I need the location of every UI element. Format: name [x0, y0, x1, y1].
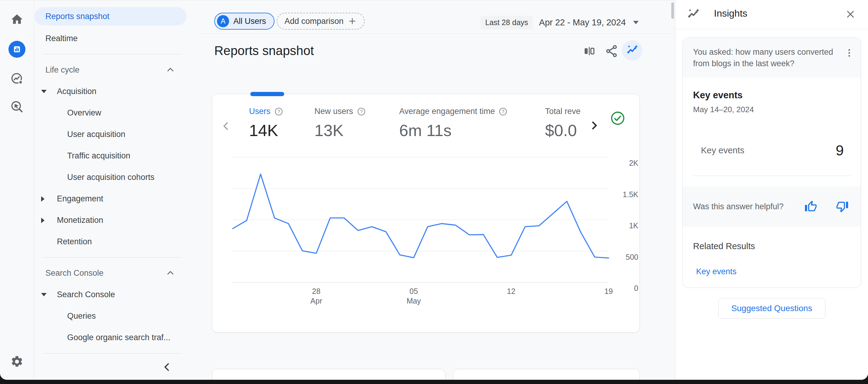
users-line-chart[interactable]	[233, 157, 609, 282]
page-title: Reports snapshot	[214, 43, 314, 58]
key-events-row: Key events 9	[683, 142, 861, 159]
metric-users[interactable]: Users?14K	[249, 107, 283, 140]
thumbs-up-icon[interactable]	[804, 200, 817, 213]
metric-total-reve[interactable]: Total reve$0.0	[545, 107, 596, 140]
sidebar-item-realtime[interactable]: Realtime	[34, 28, 200, 49]
sidebar-item-engagement[interactable]: Engagement	[34, 188, 200, 210]
key-events-check-icon[interactable]	[611, 111, 625, 126]
sidebar-item-label: Realtime	[45, 34, 78, 43]
metrics-prev-arrow[interactable]	[220, 120, 232, 132]
avatar: A	[217, 15, 229, 27]
main-content: A All Users Add comparison Last 28 days …	[200, 0, 675, 380]
add-comparison-label: Add comparison	[284, 16, 343, 26]
y-tick-label: 2K	[629, 159, 638, 168]
collapse-sidebar-button[interactable]	[161, 361, 173, 373]
comparison-toggle-icon[interactable]	[583, 44, 596, 58]
svg-text:?: ?	[360, 109, 363, 114]
insights-title: Insights	[714, 8, 747, 19]
insight-card-title: Key events	[693, 90, 850, 101]
sidebar-item-acquisition[interactable]: Acquisition	[34, 81, 200, 102]
metric-new-users[interactable]: New users?13K	[314, 107, 366, 140]
metric-label: Users	[249, 107, 271, 116]
main-scrollbar-thumb[interactable]	[671, 2, 674, 19]
sidebar-item-queries[interactable]: Queries	[34, 305, 200, 327]
sidebar-item-overview[interactable]: Overview	[34, 102, 200, 124]
svg-text:?: ?	[502, 109, 504, 114]
x-tick-label: 05May	[406, 286, 421, 306]
y-tick-label: 0	[634, 284, 638, 293]
svg-text:?: ?	[277, 109, 280, 114]
all-users-chip[interactable]: A All Users	[214, 13, 275, 30]
sidebar-section-search-console[interactable]: Search Console	[34, 263, 200, 284]
sidebar-item-reports-snapshot[interactable]: Reports snapshot	[34, 7, 186, 25]
sidebar-item-label: Overview	[67, 108, 101, 117]
insight-card: You asked: how many users converted from…	[682, 37, 861, 288]
metric-value: 14K	[249, 121, 283, 140]
date-range-picker[interactable]: Last 28 days Apr 22 - May 19, 2024	[480, 16, 639, 29]
icon-rail	[0, 0, 34, 380]
sidebar-item-retention[interactable]: Retention	[34, 231, 200, 252]
all-users-label: All Users	[234, 16, 266, 26]
thumbs-down-icon[interactable]	[836, 200, 849, 213]
sidebar-item-label: User acquisition	[67, 130, 125, 139]
insights-button[interactable]	[622, 40, 643, 61]
sidebar-section-life-cycle[interactable]: Life cycle	[34, 59, 200, 81]
explore-nav-icon[interactable]	[10, 100, 24, 113]
metric-average-engagement-time[interactable]: Average engagement time?6m 11s	[399, 107, 507, 140]
sidebar-item-search-console[interactable]: Search Console	[34, 284, 200, 305]
y-tick-label: 500	[626, 253, 638, 261]
sidebar-divider	[43, 353, 182, 353]
insights-sparkline-icon	[626, 44, 639, 57]
plus-icon	[348, 16, 357, 26]
divider	[693, 176, 850, 176]
help-icon[interactable]: ?	[498, 107, 507, 116]
share-icon[interactable]	[605, 44, 619, 58]
sidebar-item-label: Life cycle	[45, 65, 80, 75]
feedback-prompt: Was this answer helpful?	[693, 202, 783, 211]
suggested-questions-button[interactable]: Suggested Questions	[718, 298, 825, 319]
bottom-card-left	[212, 369, 445, 380]
close-icon[interactable]	[845, 8, 856, 20]
caret-down-icon	[633, 21, 639, 24]
date-range-label: Apr 22 - May 19, 2024	[539, 18, 626, 28]
expander-expanded-icon[interactable]	[41, 293, 46, 296]
expander-collapsed-icon[interactable]	[41, 196, 44, 202]
expander-collapsed-icon[interactable]	[41, 218, 44, 223]
sidebar-item-user-acquisition-cohorts[interactable]: User acquisition cohorts	[34, 167, 200, 188]
x-axis-labels: 28Apr05May1219	[233, 286, 609, 311]
help-icon[interactable]: ?	[274, 107, 283, 116]
help-icon[interactable]: ?	[357, 107, 366, 116]
key-events-row-label: Key events	[701, 145, 744, 155]
kebab-menu-icon[interactable]	[844, 47, 855, 58]
metric-label: New users	[314, 107, 353, 116]
chevron-up-icon[interactable]	[165, 65, 176, 75]
x-tick-label: 12	[507, 286, 516, 296]
key-events-row-value: 9	[836, 142, 844, 159]
reports-nav-icon[interactable]	[8, 41, 25, 58]
metric-value: $0.0	[545, 121, 596, 140]
expander-expanded-icon[interactable]	[41, 90, 46, 93]
chevron-up-icon[interactable]	[165, 268, 176, 278]
sidebar-item-monetization[interactable]: Monetization	[34, 210, 200, 231]
y-tick-label: 1K	[629, 221, 638, 230]
sidebar-item-google-organic-search-traf[interactable]: Google organic search traf...	[34, 327, 200, 348]
advertising-nav-icon[interactable]	[10, 72, 24, 85]
sidebar-item-label: Google organic search traf...	[67, 333, 170, 342]
sidebar-item-user-acquisition[interactable]: User acquisition	[34, 124, 200, 145]
insight-card-subtitle: May 14–20, 2024	[693, 105, 850, 114]
related-results-title: Related Results	[693, 241, 850, 251]
sidebar-item-label: Search Console	[45, 269, 103, 278]
insights-header: Insights	[675, 0, 868, 29]
sidebar-item-label: Acquisition	[57, 87, 97, 96]
bottom-card-right	[453, 369, 640, 380]
line-chart-svg	[233, 157, 609, 282]
x-tick-label: 19	[604, 286, 613, 296]
sidebar-item-label: Traffic acquisition	[67, 151, 130, 161]
sidebar-item-traffic-acquisition[interactable]: Traffic acquisition	[34, 145, 200, 167]
settings-gear-icon[interactable]	[10, 355, 24, 368]
related-key-events-link[interactable]: Key events	[693, 267, 850, 276]
add-comparison-button[interactable]: Add comparison	[277, 13, 365, 30]
home-icon[interactable]	[10, 13, 24, 26]
comparison-bar: A All Users Add comparison Last 28 days …	[200, 0, 675, 34]
x-tick-label: 28Apr	[311, 286, 322, 306]
